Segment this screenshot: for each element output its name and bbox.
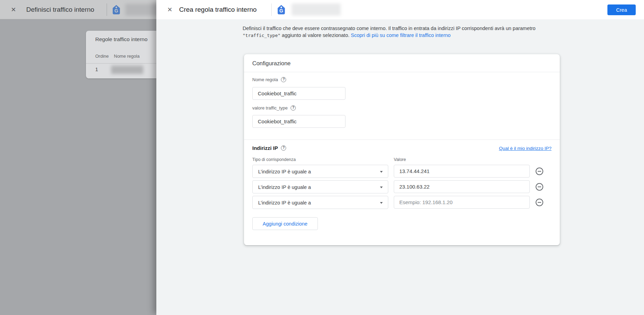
card-divider (244, 72, 560, 72)
what-is-my-ip-link[interactable]: Qual è il mio indirizzo IP? (499, 146, 552, 151)
match-type-select[interactable]: L’indirizzo IP è uguale a (252, 196, 388, 209)
create-button[interactable]: Crea (607, 4, 636, 15)
ip-value-input[interactable] (394, 180, 530, 193)
learn-more-link[interactable]: Scopri di più su come filtrare il traffi… (351, 32, 451, 38)
match-type-select[interactable]: L’indirizzo IP è uguale a (252, 180, 388, 193)
description-line2-text: aggiunto al valore selezionato. (282, 32, 350, 38)
configuration-title: Configurazione (252, 60, 291, 67)
rule-name-label-row: Nome regola (252, 77, 286, 82)
close-icon[interactable]: ✕ (166, 6, 174, 13)
table-row-order-value: 1 (95, 67, 98, 72)
description-line2: "traffic_type" aggiunto al valore selezi… (243, 32, 553, 39)
svg-text:G: G (280, 8, 283, 13)
card-divider (244, 140, 560, 140)
chevron-down-icon (380, 171, 383, 173)
ip-addresses-title: Indirizzi IP (252, 145, 278, 151)
close-icon[interactable]: ✕ (10, 6, 17, 13)
redacted-tag-name (292, 3, 341, 16)
google-tag-icon: G (111, 4, 122, 15)
create-internal-traffic-rule-dialog: ✕ Crea regola traffico interno G Crea De… (156, 0, 644, 315)
redacted-rule-name (111, 66, 143, 74)
rule-name-input[interactable] (252, 87, 345, 100)
match-type-select[interactable]: L’indirizzo IP è uguale a (252, 165, 388, 178)
remove-condition-icon[interactable] (536, 168, 543, 175)
dialog-title: Crea regola traffico interno (179, 0, 257, 19)
rules-card-title: Regole traffico interno (95, 36, 147, 42)
add-condition-button[interactable]: Aggiungi condizione (252, 217, 318, 230)
match-type-column-header: Tipo di corrispondenza (252, 157, 296, 162)
redacted-tag-name (125, 4, 156, 16)
ip-value-input[interactable] (394, 196, 530, 209)
remove-condition-icon[interactable] (536, 183, 543, 191)
help-icon[interactable] (291, 105, 296, 111)
parent-panel-title: Definisci traffico interno (26, 0, 94, 19)
rule-name-label: Nome regola (252, 77, 278, 82)
match-type-selected-value: L’indirizzo IP è uguale a (258, 181, 311, 194)
traffic-type-label-row: valore traffic_type (252, 105, 296, 111)
chevron-down-icon (380, 202, 383, 204)
dialog-header: ✕ Crea regola traffico interno G Crea (156, 0, 644, 19)
description-line1: Definisci il traffico che deve essere co… (243, 25, 553, 32)
svg-text:G: G (115, 8, 118, 13)
traffic-type-code: "traffic_type" (243, 33, 281, 38)
parent-panel-header: ✕ Definisci traffico interno G (0, 0, 156, 19)
column-header-rule-name: Nome regola (114, 54, 139, 59)
google-tag-icon: G (276, 4, 287, 15)
configuration-card: Configurazione Nome regola valore traffi… (244, 54, 560, 245)
header-divider (107, 3, 107, 16)
internal-traffic-rules-card: Regole traffico interno Ordine Nome rego… (86, 31, 156, 78)
help-icon[interactable] (281, 77, 286, 82)
column-header-order: Ordine (95, 54, 109, 59)
value-column-header: Valore (394, 157, 406, 162)
match-type-selected-value: L’indirizzo IP è uguale a (258, 165, 311, 178)
traffic-type-input[interactable] (252, 115, 345, 128)
screen: ✕ Definisci traffico interno G Regole tr… (0, 0, 644, 315)
define-internal-traffic-panel: ✕ Definisci traffico interno G Regole tr… (0, 0, 156, 315)
chevron-down-icon (380, 187, 383, 188)
help-icon[interactable] (281, 145, 286, 151)
traffic-type-label: valore traffic_type (252, 105, 287, 111)
ip-value-input[interactable] (394, 165, 530, 178)
remove-condition-icon[interactable] (536, 199, 543, 206)
dialog-description: Definisci il traffico che deve essere co… (243, 25, 553, 39)
match-type-selected-value: L’indirizzo IP è uguale a (258, 196, 311, 209)
header-divider (271, 3, 272, 16)
ip-addresses-title-row: Indirizzi IP (252, 145, 286, 151)
table-divider (86, 63, 156, 64)
